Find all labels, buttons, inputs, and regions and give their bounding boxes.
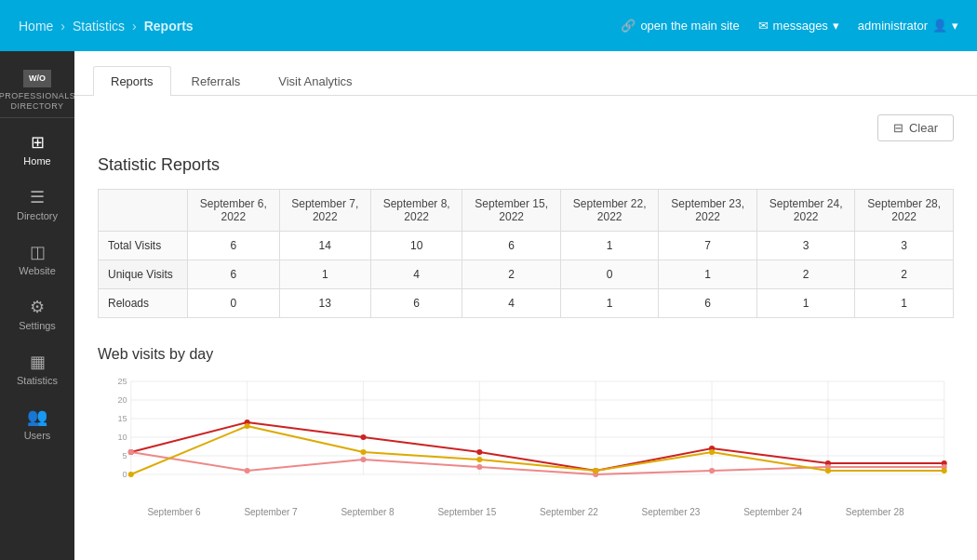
logo: W/O ProfessionalsDIRECTORY — [0, 60, 74, 118]
chart-dot — [360, 449, 366, 455]
chart-x-label: September 22 — [540, 507, 598, 517]
svg-text:20: 20 — [117, 395, 127, 405]
col-header-sep15: September 15,2022 — [462, 190, 561, 232]
messages-link[interactable]: ✉ messages ▾ — [758, 19, 839, 33]
table-cell-value: 1 — [560, 232, 659, 260]
clear-button[interactable]: ⊟ Clear — [877, 114, 954, 141]
table-cell-value: 1 — [560, 289, 659, 318]
table-cell-value: 6 — [188, 260, 279, 289]
tab-visit-analytics[interactable]: Visit Analytics — [261, 66, 369, 96]
table-cell-value: 1 — [659, 260, 757, 289]
sidebar-item-settings[interactable]: ⚙ Settings — [0, 287, 74, 342]
table-cell-value: 1 — [756, 289, 855, 318]
col-header-sep28: September 28,2022 — [855, 190, 954, 232]
breadcrumb-sep1: › — [60, 19, 65, 33]
chart-dot — [476, 449, 482, 455]
chart-x-label: September 23 — [642, 507, 701, 517]
col-header-sep22: September 22,2022 — [560, 190, 659, 232]
col-header-sep7: September 7,2022 — [279, 190, 370, 232]
table-cell-value: 6 — [659, 289, 757, 318]
chart-x-label: September 8 — [341, 507, 394, 517]
envelope-icon: ✉ — [758, 19, 769, 33]
svg-text:15: 15 — [117, 414, 127, 423]
chart-x-label: September 24 — [743, 507, 802, 517]
chart-x-label: September 15 — [437, 507, 496, 517]
table-row: Total Visits6141061733 — [99, 232, 954, 260]
website-icon: ◫ — [30, 244, 46, 260]
chart-x-label: September 28 — [846, 507, 904, 517]
logo-text: ProfessionalsDIRECTORY — [0, 91, 75, 113]
chart-dot — [245, 423, 250, 429]
section-title: Statistic Reports — [98, 155, 954, 175]
table-cell-label: Total Visits — [99, 232, 188, 260]
clear-button-row: ⊟ Clear — [98, 114, 954, 141]
breadcrumb-home[interactable]: Home — [19, 19, 53, 33]
chart-x-label: September 6 — [147, 507, 200, 517]
table-cell-value: 2 — [855, 260, 954, 289]
chart-svg: 0510152025 — [98, 372, 954, 502]
table-cell-label: Unique Visits — [99, 260, 188, 289]
table-cell-value: 4 — [370, 260, 462, 289]
sidebar-label-users: Users — [24, 430, 51, 441]
col-header-sep23: September 23,2022 — [659, 190, 757, 232]
table-cell-value: 6 — [188, 232, 279, 260]
table-cell-value: 4 — [462, 289, 561, 318]
sidebar-label-website: Website — [19, 265, 56, 276]
messages-dropdown-icon: ▾ — [833, 19, 839, 33]
external-link-icon: 🔗 — [621, 19, 636, 33]
content-area: ⊟ Clear Statistic Reports September 6,20… — [74, 96, 977, 540]
home-icon: ⊞ — [31, 134, 45, 151]
table-cell-value: 3 — [756, 232, 855, 260]
table-row: Reloads013641611 — [99, 289, 954, 318]
table-body: Total Visits6141061733Unique Visits61420… — [99, 232, 954, 318]
breadcrumb: Home › Statistics › Reports — [19, 19, 194, 33]
table-cell-value: 7 — [659, 232, 757, 260]
tab-reports[interactable]: Reports — [93, 66, 171, 96]
sidebar-item-users[interactable]: 👥 Users — [0, 397, 74, 452]
filter-icon: ⊟ — [893, 121, 903, 135]
table-cell-value: 6 — [370, 289, 462, 318]
sidebar-item-home[interactable]: ⊞ Home — [0, 123, 74, 178]
top-navigation: Home › Statistics › Reports 🔗 open the m… — [0, 0, 977, 51]
chart-dot — [245, 468, 250, 473]
table-cell-value: 2 — [756, 260, 855, 289]
sidebar-label-home: Home — [23, 155, 50, 167]
col-header-sep24: September 24,2022 — [756, 190, 855, 232]
chart-dot — [360, 457, 366, 462]
chart-x-labels: September 6September 7September 8Septemb… — [98, 507, 954, 517]
sidebar: W/O ProfessionalsDIRECTORY ⊞ Home ☰ Dire… — [0, 51, 74, 560]
admin-icon: 👤 — [932, 19, 947, 33]
sidebar-item-website[interactable]: ◫ Website — [0, 233, 74, 287]
tab-referrals[interactable]: Referrals — [174, 66, 259, 96]
chart-dot — [593, 468, 598, 473]
table-row: Unique Visits61420122 — [99, 260, 954, 289]
sidebar-item-statistics[interactable]: ▦ Statistics — [0, 342, 74, 397]
top-right-actions: 🔗 open the main site ✉ messages ▾ admini… — [621, 19, 958, 33]
sidebar-item-directory[interactable]: ☰ Directory — [0, 178, 74, 233]
chart-x-label: September 7 — [244, 507, 297, 517]
sidebar-label-settings: Settings — [19, 320, 56, 331]
svg-text:25: 25 — [117, 377, 127, 386]
chart-dot — [360, 434, 366, 440]
svg-text:10: 10 — [117, 433, 127, 442]
admin-link[interactable]: administrator 👤 ▾ — [858, 19, 958, 33]
chart-dot — [476, 457, 482, 462]
breadcrumb-sep2: › — [132, 19, 137, 33]
svg-text:0: 0 — [123, 470, 127, 479]
table-cell-label: Reloads — [99, 289, 188, 318]
table-cell-value: 10 — [370, 232, 462, 260]
table-cell-value: 0 — [188, 289, 279, 318]
stats-table: September 6,2022 September 7,2022 Septem… — [98, 189, 954, 318]
logo-box: W/O — [23, 70, 51, 87]
table-header-row: September 6,2022 September 7,2022 Septem… — [99, 190, 954, 232]
table-cell-value: 1 — [279, 260, 370, 289]
svg-text:5: 5 — [123, 451, 127, 460]
table-cell-value: 3 — [855, 232, 954, 260]
tab-bar: Reports Referrals Visit Analytics — [74, 51, 977, 96]
chart-dot — [709, 449, 715, 455]
table-cell-value: 1 — [855, 289, 954, 318]
table-cell-value: 2 — [462, 260, 561, 289]
breadcrumb-statistics[interactable]: Statistics — [73, 19, 125, 33]
open-main-site-link[interactable]: 🔗 open the main site — [621, 19, 739, 33]
chart-dot — [476, 464, 482, 470]
